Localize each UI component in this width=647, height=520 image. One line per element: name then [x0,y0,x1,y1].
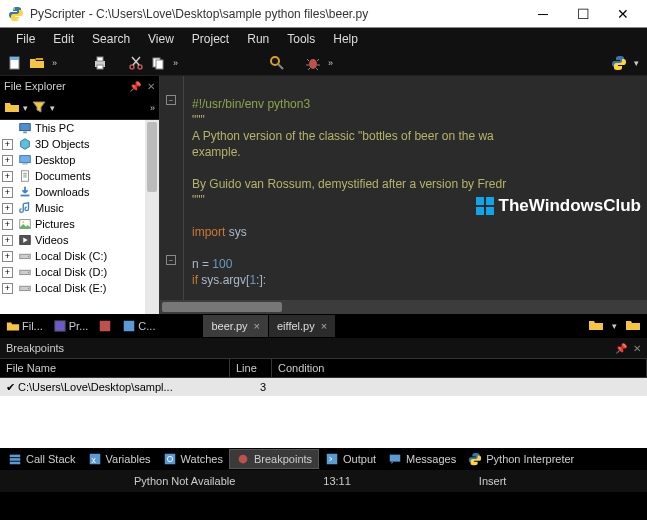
svg-rect-18 [21,195,30,197]
music-icon [17,201,33,215]
folder-icon[interactable] [4,99,20,117]
tree-row: +Desktop [0,152,159,168]
open-tab-folder-icon[interactable] [588,317,604,335]
menu-view[interactable]: View [140,30,182,48]
svg-point-0 [13,8,15,10]
expand-icon[interactable]: + [2,139,13,150]
chevron-icon[interactable]: » [50,58,59,68]
column-header[interactable]: Condition [272,359,647,377]
chevron-icon[interactable]: » [171,58,180,68]
python-icon[interactable] [610,54,628,72]
close-panel-icon[interactable]: ✕ [633,343,641,354]
minimize-button[interactable]: ─ [523,0,563,28]
expand-icon[interactable]: + [2,235,13,246]
fold-icon[interactable]: − [166,95,176,105]
code-editor[interactable]: − − #!/usr/bin/env python3 """ A Python … [160,76,647,314]
chevron-down-icon[interactable]: ▾ [632,58,641,68]
file-tree[interactable]: This PC +3D Objects +Desktop +Documents … [0,120,159,314]
print-icon[interactable] [91,54,109,72]
expand-icon[interactable]: + [2,155,13,166]
pictures-icon [17,217,33,231]
app-icon [8,6,24,22]
tab-python-interpreter[interactable]: Python Interpreter [462,449,580,469]
maximize-button[interactable]: ☐ [563,0,603,28]
chevron-icon[interactable]: » [150,103,155,113]
filter-icon[interactable] [31,99,47,117]
bug-icon[interactable] [304,54,322,72]
desktop-icon [17,153,33,167]
close-button[interactable]: ✕ [603,0,643,28]
menu-tools[interactable]: Tools [279,30,323,48]
horizontal-scrollbar[interactable] [160,300,647,314]
bottom-tabbar: Call Stack xVariables Watches Breakpoint… [0,448,647,470]
close-panel-icon[interactable]: ✕ [147,81,155,92]
chevron-icon[interactable]: » [326,58,335,68]
breakpoints-body[interactable]: ✔ C:\Users\Love\Desktop\sampl... 3 [0,378,647,448]
chevron-down-icon[interactable]: ▾ [50,103,55,113]
documents-icon [17,169,33,183]
menu-run[interactable]: Run [239,30,277,48]
expand-icon[interactable]: + [2,219,13,230]
open-tab-folder-icon[interactable] [625,317,641,335]
menu-project[interactable]: Project [184,30,237,48]
svg-rect-36 [164,454,175,465]
pc-icon [17,121,33,135]
close-tab-icon[interactable]: × [254,320,260,332]
open-file-icon[interactable] [28,54,46,72]
side-tab-project[interactable]: Pr... [49,316,93,336]
scrollbar[interactable] [145,120,159,314]
expand-icon[interactable]: + [2,171,13,182]
svg-rect-30 [124,321,135,332]
menu-file[interactable]: File [8,30,43,48]
status-mode: Insert [465,475,521,487]
tree-row: +Local Disk (C:) [0,248,159,264]
tab-watches[interactable]: Watches [157,449,229,469]
chevron-down-icon[interactable]: ▾ [23,103,28,113]
expand-icon[interactable]: + [2,187,13,198]
menubar: File Edit Search View Project Run Tools … [0,28,647,50]
expand-icon[interactable]: + [2,203,13,214]
check-icon: ✔ [6,381,15,393]
tab-messages[interactable]: Messages [382,449,462,469]
window-title: PyScripter - C:\Users\Love\Desktop\sampl… [30,7,523,21]
menu-edit[interactable]: Edit [45,30,82,48]
search-icon[interactable] [268,54,286,72]
pin-icon[interactable]: 📌 [129,81,141,92]
column-header[interactable]: Line [230,359,272,377]
editor-tab-eiffel[interactable]: eiffel.py× [269,315,336,337]
tree-row: +Documents [0,168,159,184]
svg-rect-32 [10,458,21,461]
code-line: By Guido van Rossum, demystified after a… [192,177,506,191]
tree-row: This PC [0,120,159,136]
expand-icon[interactable]: + [2,267,13,278]
tab-breakpoints[interactable]: Breakpoints [229,449,319,469]
tab-call-stack[interactable]: Call Stack [2,449,82,469]
svg-rect-33 [10,462,21,465]
pin-icon[interactable]: 📌 [615,343,627,354]
drive-icon [17,265,33,279]
tab-output[interactable]: Output [319,449,382,469]
close-tab-icon[interactable]: × [321,320,327,332]
expand-icon[interactable]: + [2,283,13,294]
chevron-down-icon[interactable]: ▾ [612,321,617,331]
side-tab-code[interactable] [94,316,116,336]
svg-point-7 [130,65,134,69]
copy-icon[interactable] [149,54,167,72]
svg-rect-14 [23,132,27,134]
svg-point-12 [309,59,317,69]
cut-icon[interactable] [127,54,145,72]
menu-help[interactable]: Help [325,30,366,48]
breakpoint-row[interactable]: ✔ C:\Users\Love\Desktop\sampl... 3 [0,378,647,396]
new-file-icon[interactable] [6,54,24,72]
gutter: − − [160,76,184,300]
editor-tab-beer[interactable]: beer.py× [203,315,269,337]
fold-icon[interactable]: − [166,255,176,265]
side-tab-file[interactable]: Fil... [2,316,47,336]
side-tab-c[interactable]: C... [118,316,159,336]
menu-search[interactable]: Search [84,30,138,48]
tab-variables[interactable]: xVariables [82,449,157,469]
expand-icon[interactable]: + [2,251,13,262]
status-time: 13:11 [309,475,365,487]
column-header[interactable]: File Name [0,359,230,377]
tree-row: +Local Disk (D:) [0,264,159,280]
